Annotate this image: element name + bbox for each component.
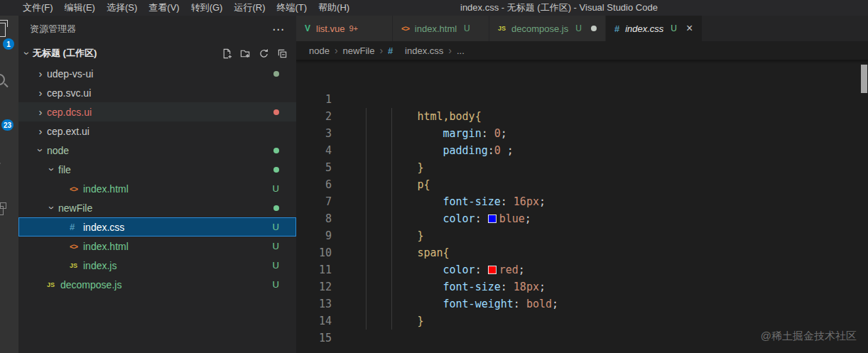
code-token: } — [417, 229, 423, 242]
line-content: color: red; — [340, 261, 525, 278]
code-token: p{ — [417, 178, 430, 191]
tree-item-label: node — [47, 145, 69, 156]
code-editor[interactable]: 12 html,body{3 margin: 0;4 padding:0 ;5 … — [296, 60, 868, 353]
breadcrumb-item[interactable]: ... — [457, 45, 465, 56]
git-status-badge: U — [273, 222, 279, 232]
code-token: span{ — [417, 246, 449, 259]
new-file-icon[interactable] — [220, 47, 234, 60]
tree-item-label: index.css — [83, 222, 124, 233]
code-token: padding — [443, 144, 488, 157]
tab-list.vue[interactable]: Vlist.vue9+ — [296, 16, 392, 41]
code-token: red — [499, 264, 519, 276]
menu-item[interactable]: 编辑(E) — [59, 0, 101, 16]
refresh-icon[interactable] — [257, 47, 271, 60]
html-file-icon: <> — [401, 24, 409, 33]
row-decorations: U — [273, 183, 279, 194]
menu-item[interactable]: 运行(R) — [228, 0, 271, 16]
code-token: : — [475, 212, 488, 225]
code-line: 7 font-size: 16px; — [296, 193, 868, 210]
menu-item[interactable]: 帮助(H) — [313, 0, 355, 16]
tree-item-decompose.js[interactable]: JSdecompose.jsU — [18, 275, 296, 294]
tree-item-cep.svc.ui[interactable]: ›cep.svc.ui — [18, 83, 296, 102]
html-file-icon: <> — [70, 242, 83, 251]
line-content: color: blue; — [340, 210, 531, 227]
chevron-expanded-icon: › — [47, 163, 58, 176]
git-status-dot — [273, 71, 279, 77]
watermark: @稀土掘金技术社区 — [761, 327, 857, 344]
tree-item-index.css[interactable]: #index.cssU — [18, 217, 296, 237]
menu-item[interactable]: 文件(F) — [17, 0, 59, 16]
workspace-section-header[interactable]: › 无标题 (工作区) — [18, 43, 296, 64]
tree-item-label: udep-vs-ui — [47, 68, 93, 80]
code-token: 0 — [494, 127, 501, 140]
git-status-dot — [273, 109, 279, 115]
line-number: 10 — [296, 244, 332, 261]
breadcrumbs-bar: node›newFile›#index.css›... — [296, 41, 868, 60]
line-number: 8 — [296, 210, 332, 227]
tree-item-index.html[interactable]: <>index.htmlU — [18, 237, 296, 256]
row-decorations: U — [273, 222, 279, 232]
tree-item-index.js[interactable]: JSindex.jsU — [18, 256, 296, 275]
chevron-down-icon: › — [21, 48, 33, 59]
line-number: 5 — [296, 159, 332, 176]
tree-item-index.html[interactable]: <>index.htmlU — [18, 179, 296, 198]
line-content: font-size: 18px; — [340, 278, 546, 295]
code-token: : — [501, 281, 514, 293]
tree-item-file[interactable]: ›file — [18, 160, 296, 179]
tab-decompose.js[interactable]: JSdecompose.jsU — [489, 16, 605, 41]
new-folder-icon[interactable] — [239, 47, 252, 60]
line-content: padding:0 ; — [340, 142, 514, 159]
vscode-window: 文件(F)编辑(E)选择(S)查看(V)转到(G)运行(R)终端(T)帮助(H)… — [0, 0, 868, 353]
explorer-icon[interactable] — [0, 23, 6, 37]
menu-item[interactable]: 终端(T) — [271, 0, 313, 16]
row-decorations: U — [273, 279, 279, 290]
js-file-icon: JS — [70, 262, 83, 269]
html-file-icon: <> — [70, 185, 83, 193]
code-token: 0 — [494, 144, 501, 157]
tree-item-newFile[interactable]: ›newFile — [18, 198, 296, 217]
close-icon[interactable]: × — [686, 23, 693, 34]
editor-group: Vlist.vue9+<>index.htmlUJSdecompose.jsU#… — [296, 16, 868, 353]
tree-item-label: index.js — [83, 260, 116, 271]
breadcrumb-item[interactable]: node — [309, 45, 330, 56]
css-file-icon: # — [614, 23, 619, 34]
git-status-badge: U — [273, 241, 279, 251]
line-number: 2 — [296, 108, 332, 125]
scrollbar-thumb[interactable] — [861, 65, 867, 93]
breadcrumb-label: newFile — [343, 45, 375, 56]
code-line: 2 html,body{ — [296, 108, 868, 125]
run-debug-icon[interactable] — [0, 158, 1, 169]
git-status-badge: U — [273, 183, 279, 194]
code-line: 12 font-size: 18px; — [296, 278, 868, 295]
row-decorations — [273, 148, 279, 153]
sidebar-header: 资源管理器 ⋯ — [18, 16, 296, 43]
more-actions-icon[interactable]: ⋯ — [272, 22, 285, 37]
collapse-all-icon[interactable] — [276, 47, 289, 60]
tree-item-cep.ext.ui[interactable]: ›cep.ext.ui — [18, 121, 296, 141]
row-decorations — [273, 205, 279, 211]
menu-item[interactable]: 查看(V) — [143, 0, 185, 16]
tree-item-node[interactable]: ›node — [18, 141, 296, 160]
line-number: 6 — [296, 176, 332, 193]
search-icon[interactable] — [0, 74, 5, 85]
tree-item-label: decompose.js — [60, 279, 121, 290]
breadcrumb-item[interactable]: newFile — [343, 45, 375, 56]
sidebar-title-label: 资源管理器 — [30, 23, 76, 36]
line-content: p{ — [340, 176, 430, 193]
tab-index.css[interactable]: #index.cssU× — [606, 16, 702, 41]
tree-item-udep-vs-ui[interactable]: ›udep-vs-ui — [18, 64, 296, 83]
git-status-dot — [273, 205, 279, 211]
line-content: span{ — [340, 244, 450, 261]
tabs-bar: Vlist.vue9+<>index.htmlUJSdecompose.jsU#… — [296, 16, 868, 41]
line-number: 12 — [296, 278, 332, 295]
chevron-right-icon: › — [448, 45, 452, 56]
row-decorations — [273, 71, 279, 77]
code-line: 6 p{ — [296, 176, 868, 193]
menu-item[interactable]: 转到(G) — [185, 0, 229, 16]
extensions-icon[interactable] — [0, 206, 4, 215]
menu-item[interactable]: 选择(S) — [101, 0, 143, 16]
activity-bar: 1 23 — [0, 16, 18, 353]
tree-item-cep.dcs.ui[interactable]: ›cep.dcs.ui — [18, 102, 296, 121]
tab-index.html[interactable]: <>index.htmlU — [393, 16, 489, 41]
breadcrumb-item[interactable]: #index.css — [388, 45, 443, 56]
